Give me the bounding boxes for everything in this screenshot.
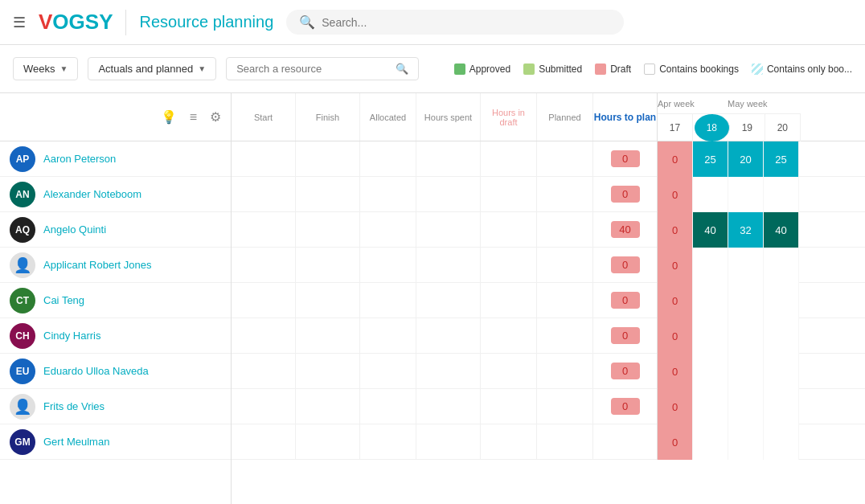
hours-badge: 0	[611, 327, 640, 344]
calendar-cell: 0	[658, 354, 693, 389]
table-cell	[296, 248, 360, 282]
list-item[interactable]: 👤Frits de Vries	[0, 389, 231, 424]
table-cell	[416, 318, 481, 353]
table-cell	[481, 141, 537, 176]
list-item[interactable]: ANAlexander Noteboom	[0, 177, 231, 212]
bulb-icon[interactable]: 💡	[161, 109, 177, 125]
approved-label: Approved	[469, 64, 510, 75]
table-cell	[296, 283, 360, 318]
avatar: AQ	[10, 217, 35, 243]
calendar-row: 0	[658, 177, 865, 212]
apr-days: 17	[658, 114, 695, 141]
filter-icon[interactable]: ≡	[190, 110, 197, 125]
calendar-cell	[728, 248, 764, 283]
table-cell	[360, 424, 416, 459]
hours-plan-label: Hours to plan	[594, 112, 656, 123]
table-cell	[416, 212, 481, 247]
calendar-cell	[693, 354, 728, 389]
table-row: 0	[232, 248, 658, 283]
table-row: 0	[232, 354, 658, 389]
calendar-row: 0	[658, 283, 865, 318]
calendar-cell: 40	[693, 212, 728, 248]
calendar-cell	[693, 177, 728, 212]
logo-ogsy: OGSY	[52, 10, 113, 34]
col-header-hours-plan: Hours to plan	[593, 93, 658, 141]
calendar-cell	[728, 389, 764, 424]
table-cell	[360, 318, 416, 353]
list-item[interactable]: APAaron Peterson	[0, 141, 231, 177]
toolbar: Weeks ▼ Actuals and planned ▼ 🔍 Approved…	[0, 45, 865, 93]
calendar-row: 0	[658, 354, 865, 389]
table-cell	[232, 248, 296, 282]
apr-week-group: Apr week 17	[658, 93, 695, 141]
table-row: 0	[232, 283, 658, 318]
day-header: 19	[730, 114, 765, 141]
calendar-cell: 0	[658, 389, 693, 424]
list-item[interactable]: AQAngelo Quinti	[0, 212, 231, 248]
weeks-dropdown[interactable]: Weeks ▼	[13, 57, 78, 80]
calendar-row: 0	[658, 424, 865, 460]
search-resource-bar[interactable]: 🔍	[226, 57, 419, 80]
avatar: 👤	[10, 252, 35, 278]
calendar-cell	[764, 248, 799, 283]
resource-name: Aaron Peterson	[43, 153, 116, 165]
table-cell	[537, 389, 593, 424]
top-search-bar[interactable]: 🔍	[286, 10, 624, 35]
hours-badge: 0	[611, 186, 640, 203]
table-cell	[481, 248, 537, 282]
hours-badge: 0	[611, 256, 640, 273]
list-item[interactable]: EUEduardo Ulloa Naveda	[0, 354, 231, 389]
avatar: CH	[10, 323, 35, 349]
resource-name: Alexander Noteboom	[43, 188, 141, 200]
hours-badge: 0	[611, 292, 640, 309]
resource-name: Cai Teng	[43, 294, 84, 306]
table-cell	[232, 354, 296, 388]
avatar: GM	[10, 429, 35, 455]
table-cell	[537, 141, 593, 176]
top-search-input[interactable]	[322, 16, 611, 29]
calendar-cell	[728, 318, 764, 354]
table-cell	[481, 318, 537, 353]
settings-icon[interactable]: ⚙	[210, 109, 221, 125]
actuals-dropdown[interactable]: Actuals and planned ▼	[88, 57, 216, 80]
calendar-cell: 0	[658, 177, 693, 212]
hours-badge: 40	[611, 221, 640, 238]
bookings-label: Contains bookings	[659, 64, 739, 75]
hours-plan-cell	[593, 424, 658, 460]
hours-plan-cell: 0	[593, 354, 658, 389]
calendar-cell	[693, 424, 728, 460]
list-item[interactable]: CHCindy Harris	[0, 318, 231, 354]
draft-label: Draft	[610, 64, 631, 75]
table-row: 40	[232, 212, 658, 248]
table-row: 0	[232, 389, 658, 424]
list-item[interactable]: CTCai Teng	[0, 283, 231, 318]
menu-icon[interactable]: ☰	[13, 14, 26, 31]
search-resource-input[interactable]	[236, 63, 389, 75]
resource-name: Applicant Robert Jones	[43, 259, 151, 271]
table-cell	[481, 354, 537, 388]
day-header: 17	[658, 114, 693, 141]
table-cell	[360, 141, 416, 176]
hours-badge: 0	[611, 363, 640, 379]
calendar-cell	[728, 354, 764, 389]
legend: Approved Submitted Draft Contains bookin…	[454, 64, 852, 75]
data-rows: 004000000025202500403240000000	[232, 141, 865, 504]
only-bookings-color	[752, 64, 763, 75]
may-label: May week	[695, 93, 801, 114]
calendar-row: 0252025	[658, 141, 865, 177]
table-cell	[360, 177, 416, 211]
table-cell	[537, 212, 593, 247]
chevron-down-icon: ▼	[60, 64, 68, 73]
resource-name: Angelo Quinti	[43, 223, 106, 236]
table-cell	[296, 354, 360, 388]
calendar-cell	[728, 283, 764, 318]
table-cell	[360, 283, 416, 318]
table-cell	[481, 177, 537, 211]
list-item[interactable]: GMGert Meulman	[0, 424, 231, 460]
list-item[interactable]: 👤Applicant Robert Jones	[0, 248, 231, 283]
hours-plan-cell: 0	[593, 177, 658, 212]
hours-plan-cell: 0	[593, 318, 658, 354]
table-cell	[296, 212, 360, 247]
table-cell	[537, 318, 593, 353]
resource-name: Eduardo Ulloa Naveda	[43, 365, 149, 377]
